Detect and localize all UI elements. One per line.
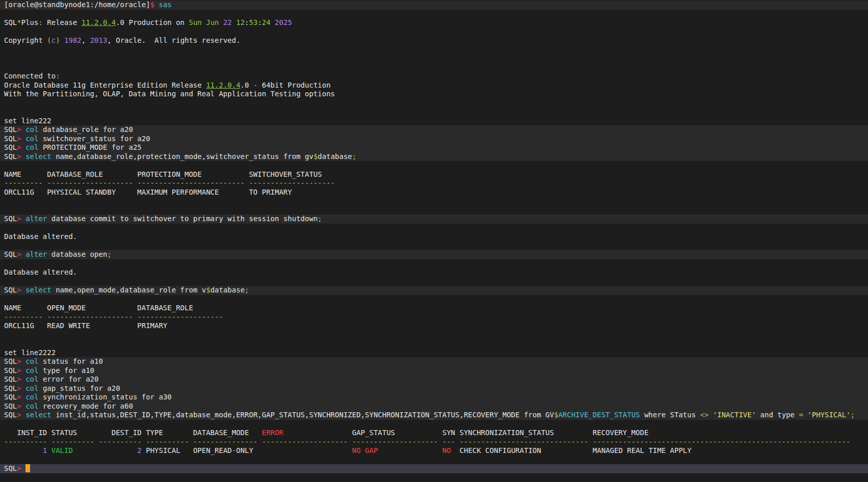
token: >	[17, 215, 21, 223]
blank-line	[0, 456, 868, 465]
blank-line	[0, 108, 868, 117]
token: select	[25, 152, 51, 160]
token: where STatus	[640, 411, 700, 419]
db-version-line: Oracle Database 11g Enterprise Edition R…	[0, 81, 868, 90]
db-options-line: With the Partitioning, OLAP, Data Mining…	[0, 90, 868, 99]
token: SQL	[4, 125, 17, 133]
token	[21, 375, 25, 383]
token: alter	[25, 250, 47, 258]
blank-line	[0, 224, 868, 233]
token: >	[17, 384, 21, 392]
token: $	[206, 286, 210, 294]
blank-line	[0, 259, 868, 269]
blank-line	[0, 99, 868, 108]
token: switchover_status for a20	[38, 135, 150, 143]
token: , Oracle. All rights reserved.	[107, 36, 240, 44]
token	[451, 446, 460, 454]
token: col	[25, 366, 38, 374]
token: error for a20	[38, 375, 98, 383]
cmd-alter-switchover: SQL> alter database commit to switchover…	[0, 215, 868, 224]
token: >	[17, 152, 21, 160]
token: >	[17, 393, 21, 401]
token: col	[25, 125, 38, 133]
token: SQL	[4, 215, 17, 223]
token: ;	[107, 250, 111, 258]
token: set line222	[4, 117, 51, 125]
token	[378, 446, 442, 454]
token: 11.2.0.4	[82, 18, 116, 26]
token: c	[51, 36, 56, 44]
token: SQL	[4, 357, 17, 365]
token	[232, 18, 236, 26]
token: NO	[442, 446, 451, 454]
token: SQL	[4, 402, 17, 410]
token: >	[17, 366, 21, 374]
token: database open	[47, 250, 107, 258]
token	[142, 446, 146, 454]
token: ,	[82, 36, 90, 44]
token	[73, 446, 137, 454]
blank-line	[0, 331, 868, 340]
cmd-col-type: SQL> col type for a10	[0, 366, 868, 376]
token: recovery_mode for a60	[38, 402, 133, 410]
token: .0 Production on	[116, 18, 189, 26]
token: 12	[236, 18, 245, 26]
sqlplus-prompt-line[interactable]: SQL>	[0, 464, 868, 473]
token: SQL	[4, 384, 17, 392]
token: Plus	[21, 18, 39, 26]
blank-line	[0, 54, 868, 63]
token: SQL	[4, 464, 17, 472]
token: :	[56, 72, 60, 80]
token: >	[17, 402, 21, 410]
token	[21, 402, 25, 410]
token: ;	[352, 152, 356, 160]
token: ERROR	[262, 429, 283, 437]
token: (	[47, 36, 51, 44]
token: SQL	[4, 375, 17, 383]
token: 2	[137, 446, 141, 454]
blank-line	[0, 63, 868, 72]
blank-line	[0, 420, 868, 429]
token: Sun Jun	[189, 18, 223, 26]
token: --------- -------------------- ---------…	[4, 313, 223, 321]
token: VALID	[51, 446, 73, 454]
token: PROTECTION_MODE for a25	[38, 143, 141, 151]
token: NAME DATABASE_ROLE PROTECTION_MODE SWITC…	[4, 170, 322, 178]
token: ONLY	[236, 446, 253, 454]
cmd-col-error: SQL> col error for a20	[0, 375, 868, 384]
token: alter	[25, 215, 47, 223]
token: select	[25, 286, 51, 294]
token: >	[17, 464, 21, 472]
token: SQL	[4, 18, 17, 26]
token: .0	[241, 81, 253, 89]
cmd-col-gap-status: SQL> col gap_status for a20	[0, 384, 868, 393]
token: ;	[851, 411, 855, 419]
terminal[interactable]: [oracle@standbynode1:/home/oracle]$ sasS…	[0, 0, 868, 482]
set-linesize-222: set line222	[0, 117, 868, 126]
token: SQL	[4, 135, 17, 143]
token: >	[17, 250, 21, 258]
token: SQL	[4, 286, 17, 294]
token	[21, 143, 25, 151]
token: OPEN_READ	[193, 446, 232, 454]
token: col	[25, 135, 38, 143]
token: col	[25, 143, 38, 151]
token: PHYSICAL	[146, 446, 193, 454]
token: Database altered.	[4, 232, 77, 240]
token: 2025	[275, 18, 292, 26]
token	[21, 286, 25, 294]
token: SQL	[4, 152, 17, 160]
token	[21, 152, 25, 160]
token: 24	[262, 18, 271, 26]
token: >	[17, 286, 21, 294]
result1-separator: --------- -------------------- ---------…	[0, 179, 868, 188]
token: database	[211, 286, 245, 294]
token: 'INACTIVE'	[713, 411, 756, 419]
token: Release	[43, 18, 82, 26]
token	[60, 36, 64, 44]
token	[541, 446, 593, 454]
token: synchronization_status for a30	[38, 393, 171, 401]
cmd-select-gv-database: SQL> select name,database_role,protectio…	[0, 152, 868, 162]
token: SQL	[4, 250, 17, 258]
token: inst_id,status,DEST_ID,TYPE,database_mod…	[51, 411, 554, 419]
